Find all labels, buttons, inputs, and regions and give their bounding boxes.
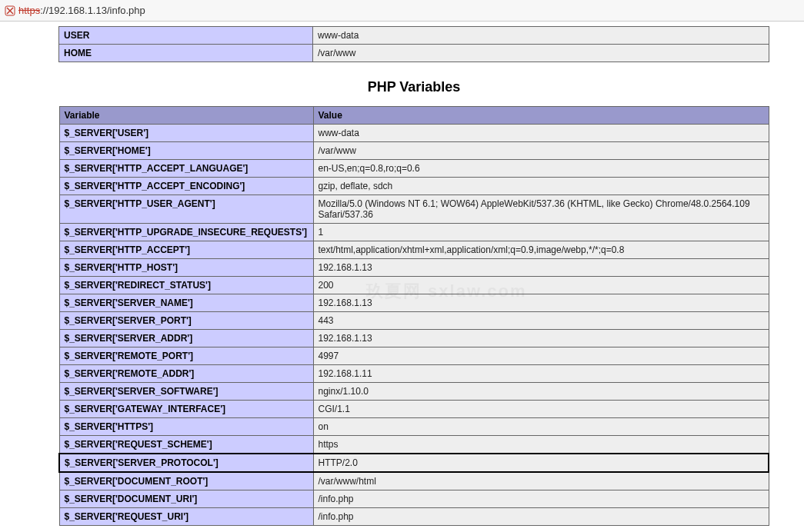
var-key: $_SERVER['HTTP_UPGRADE_INSECURE_REQUESTS…	[59, 224, 313, 241]
table-row: $_SERVER['REMOTE_ADDR']192.168.1.11	[59, 365, 769, 383]
var-value: gzip, deflate, sdch	[313, 178, 769, 195]
var-key: $_SERVER['DOCUMENT_ROOT']	[59, 472, 313, 490]
var-key: $_SERVER['USER']	[59, 125, 313, 142]
table-row: $_SERVER['HTTP_HOST']192.168.1.13	[59, 259, 769, 277]
env-value: /var/www	[313, 45, 769, 62]
url-scheme-struck: https	[18, 5, 40, 16]
env-table: USERwww-dataHOME/var/www	[58, 26, 769, 62]
var-key: $_SERVER['SERVER_ADDR']	[59, 330, 313, 347]
var-key: $_SERVER['HTTPS']	[59, 418, 313, 436]
table-row: $_SERVER['DOCUMENT_ROOT']/var/www/html	[59, 472, 769, 490]
table-row: $_SERVER['DOCUMENT_URI']/info.php	[59, 490, 769, 508]
var-value: /info.php	[313, 508, 769, 526]
var-key: $_SERVER['HOME']	[59, 142, 313, 160]
var-key: $_SERVER['SERVER_PROTOCOL']	[59, 454, 313, 472]
table-row: $_SERVER['SERVER_SOFTWARE']nginx/1.10.0	[59, 383, 769, 401]
var-value: 4997	[313, 347, 769, 365]
col-value: Value	[313, 107, 769, 125]
var-key: $_SERVER['HTTP_ACCEPT_LANGUAGE']	[59, 160, 313, 178]
var-key: $_SERVER['SERVER_PORT']	[59, 312, 313, 330]
table-row: USERwww-data	[59, 27, 769, 45]
table-row: $_SERVER['HTTP_UPGRADE_INSECURE_REQUESTS…	[59, 224, 769, 241]
php-variables-table: Variable Value $_SERVER['USER']www-data$…	[58, 106, 769, 526]
col-variable: Variable	[59, 107, 313, 125]
var-key: $_SERVER['REQUEST_SCHEME']	[59, 436, 313, 454]
table-row: $_SERVER['SERVER_PROTOCOL']HTTP/2.0	[59, 454, 769, 472]
var-value: https	[313, 436, 769, 454]
url-rest: ://192.168.1.13/info.php	[40, 5, 145, 16]
var-value: CGI/1.1	[313, 401, 769, 418]
var-value: 443	[313, 312, 769, 330]
var-value: 192.168.1.11	[313, 365, 769, 383]
table-row: HOME/var/www	[59, 45, 769, 62]
var-value: HTTP/2.0	[313, 454, 769, 472]
table-row: $_SERVER['HTTP_ACCEPT']text/html,applica…	[59, 241, 769, 259]
page-content: 玖夏网 sxlaw.com USERwww-dataHOME/var/www P…	[58, 26, 769, 526]
var-value: en-US,en;q=0.8,ro;q=0.6	[313, 160, 769, 178]
table-row: $_SERVER['GATEWAY_INTERFACE']CGI/1.1	[59, 401, 769, 418]
table-row: $_SERVER['SERVER_PORT']443	[59, 312, 769, 330]
var-value: /var/www/html	[313, 472, 769, 490]
var-value: /var/www	[313, 142, 769, 160]
var-value: /info.php	[313, 490, 769, 508]
var-key: $_SERVER['HTTP_HOST']	[59, 259, 313, 277]
table-row: $_SERVER['HTTPS']on	[59, 418, 769, 436]
table-row: $_SERVER['HTTP_USER_AGENT']Mozilla/5.0 (…	[59, 195, 769, 224]
var-value: www-data	[313, 125, 769, 142]
var-value: 192.168.1.13	[313, 330, 769, 347]
var-value: 200	[313, 277, 769, 294]
table-row: $_SERVER['REQUEST_URI']/info.php	[59, 508, 769, 526]
var-key: $_SERVER['HTTP_USER_AGENT']	[59, 195, 313, 224]
var-key: $_SERVER['SERVER_NAME']	[59, 294, 313, 312]
var-value: nginx/1.10.0	[313, 383, 769, 401]
var-key: $_SERVER['REMOTE_PORT']	[59, 347, 313, 365]
var-value: 1	[313, 224, 769, 241]
var-value: on	[313, 418, 769, 436]
table-row: $_SERVER['SERVER_NAME']192.168.1.13	[59, 294, 769, 312]
insecure-cert-icon	[5, 5, 15, 16]
table-row: $_SERVER['REDIRECT_STATUS']200	[59, 277, 769, 294]
var-key: $_SERVER['REQUEST_URI']	[59, 508, 313, 526]
table-row: $_SERVER['HTTP_ACCEPT_LANGUAGE']en-US,en…	[59, 160, 769, 178]
env-key: USER	[59, 27, 313, 45]
var-key: $_SERVER['HTTP_ACCEPT']	[59, 241, 313, 259]
var-key: $_SERVER['REDIRECT_STATUS']	[59, 277, 313, 294]
env-value: www-data	[313, 27, 769, 45]
var-value: Mozilla/5.0 (Windows NT 6.1; WOW64) Appl…	[313, 195, 769, 224]
var-key: $_SERVER['GATEWAY_INTERFACE']	[59, 401, 313, 418]
table-row: $_SERVER['SERVER_ADDR']192.168.1.13	[59, 330, 769, 347]
var-value: 192.168.1.13	[313, 294, 769, 312]
var-value: text/html,application/xhtml+xml,applicat…	[313, 241, 769, 259]
address-bar[interactable]: https://192.168.1.13/info.php	[0, 0, 804, 22]
var-key: $_SERVER['REMOTE_ADDR']	[59, 365, 313, 383]
var-value: 192.168.1.13	[313, 259, 769, 277]
var-key: $_SERVER['HTTP_ACCEPT_ENCODING']	[59, 178, 313, 195]
env-key: HOME	[59, 45, 313, 62]
table-row: $_SERVER['HOME']/var/www	[59, 142, 769, 160]
var-key: $_SERVER['DOCUMENT_URI']	[59, 490, 313, 508]
table-row: $_SERVER['USER']www-data	[59, 125, 769, 142]
table-row: $_SERVER['HTTP_ACCEPT_ENCODING']gzip, de…	[59, 178, 769, 195]
table-row: $_SERVER['REQUEST_SCHEME']https	[59, 436, 769, 454]
section-title: PHP Variables	[58, 79, 769, 95]
table-header-row: Variable Value	[59, 107, 769, 125]
var-key: $_SERVER['SERVER_SOFTWARE']	[59, 383, 313, 401]
table-row: $_SERVER['REMOTE_PORT']4997	[59, 347, 769, 365]
